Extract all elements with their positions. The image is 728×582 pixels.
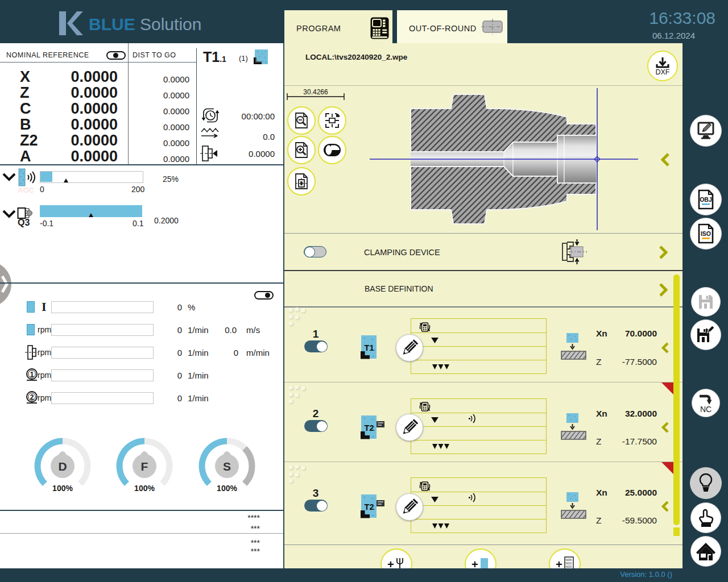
svg-text:T2: T2 [365, 423, 374, 433]
svg-text:N015: N015 [566, 566, 572, 568]
svg-text:ISO: ISO [701, 230, 711, 237]
svg-text:T1: T1 [365, 343, 374, 352]
svg-text:2: 2 [30, 393, 34, 401]
svg-text:OBJ: OBJ [700, 196, 712, 203]
svg-text:T2: T2 [365, 502, 374, 512]
svg-text:S: S [223, 460, 231, 473]
svg-text:F: F [141, 460, 148, 473]
svg-text:1: 1 [30, 371, 34, 379]
svg-text:N010: N010 [566, 562, 572, 565]
svg-text:NC: NC [700, 405, 712, 414]
svg-text:D: D [58, 460, 67, 473]
svg-text:DXF: DXF [656, 68, 670, 76]
svg-text:N005: N005 [566, 559, 572, 562]
svg-text:30.4266: 30.4266 [303, 88, 328, 96]
